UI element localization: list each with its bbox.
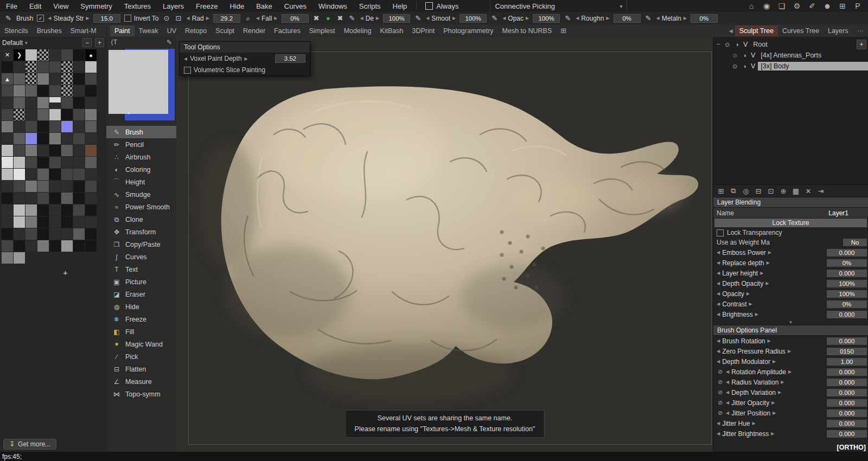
community-icon[interactable]: ☻ xyxy=(822,2,832,10)
sculpt-model[interactable] xyxy=(176,37,713,452)
menu-layers[interactable]: Layers xyxy=(157,2,190,10)
tool-item-freeze[interactable]: ❄Freeze xyxy=(106,313,176,325)
value-depth-modulator[interactable]: 1.00 xyxy=(827,358,867,366)
tool-item-smudge[interactable]: ∿Smudge xyxy=(106,188,176,201)
settings-icon[interactable]: ⚙ xyxy=(792,2,802,10)
spinner-layer-height[interactable]: ◀Layer height▶ xyxy=(717,270,763,277)
visibility-v[interactable]: V xyxy=(743,41,748,48)
falloff-value[interactable]: 0% xyxy=(282,14,309,23)
tab-curves-tree[interactable]: Curves Tree xyxy=(778,25,824,36)
stencil-thumb[interactable] xyxy=(49,109,61,120)
stencil-thumb[interactable] xyxy=(49,73,61,85)
stencil-thumb[interactable] xyxy=(2,216,13,228)
stencil-thumb[interactable] xyxy=(37,181,49,192)
stencil-thumb[interactable] xyxy=(49,169,61,180)
tab-brushes[interactable]: Brushes xyxy=(33,25,66,36)
tab-modeling[interactable]: Modeling xyxy=(340,25,376,36)
pen-pressure-icon[interactable]: ⊘ xyxy=(717,399,724,406)
stencil-thumb[interactable] xyxy=(25,73,37,85)
stencil-thumb[interactable] xyxy=(37,169,49,180)
depth-pen-icon[interactable]: ✎ xyxy=(348,14,356,22)
stencil-thumb[interactable] xyxy=(14,121,25,132)
stencil-thumb[interactable] xyxy=(25,240,37,252)
stencil-thumb[interactable] xyxy=(2,97,13,108)
spinner-replace-depth[interactable]: ◀Replace depth▶ xyxy=(717,259,770,267)
stencil-thumb[interactable] xyxy=(61,109,73,120)
menu-freeze[interactable]: Freeze xyxy=(190,2,224,10)
brush-alpha-thumbnail[interactable] xyxy=(108,50,168,114)
stencil-thumb[interactable] xyxy=(49,216,61,228)
tool-item-clone[interactable]: ⧉Clone xyxy=(106,213,176,226)
stencil-thumb[interactable] xyxy=(85,145,97,156)
stencil-thumb[interactable] xyxy=(2,252,13,264)
tab-simplest[interactable]: Simplest xyxy=(305,25,340,36)
tool-item-fill[interactable]: ◧Fill xyxy=(106,325,176,338)
tree-node-label[interactable]: [4x] Antennas_Ports xyxy=(758,51,868,60)
pen-pressure-icon[interactable]: ⊘ xyxy=(717,379,724,386)
menu-help[interactable]: Help xyxy=(387,2,413,10)
stencil-thumb[interactable] xyxy=(14,109,25,120)
tool-item-magic-wand[interactable]: ✶Magic Wand xyxy=(106,338,176,350)
metal-pen-icon[interactable]: ✎ xyxy=(644,14,653,22)
stencil-thumb[interactable] xyxy=(25,109,37,120)
layout-icon[interactable]: ⊞ xyxy=(838,2,847,10)
stencil-thumb[interactable] xyxy=(25,121,37,132)
spinner-jitter-brightness[interactable]: ◀Jitter Brightness▶ xyxy=(717,430,774,438)
tool-item-flatten[interactable]: ⊟Flatten xyxy=(106,363,176,375)
value-jitter-position[interactable]: 0.000 xyxy=(827,409,867,417)
tab-kitbash[interactable]: KitBash xyxy=(375,25,407,36)
stencil-thumb[interactable] xyxy=(73,133,85,144)
stencil-thumb[interactable] xyxy=(85,169,97,180)
picking-mode-dropdown[interactable]: Connective Picking ▾ xyxy=(490,0,627,12)
invert-tool-checkbox[interactable]: Invert To xyxy=(124,15,159,22)
stencil-thumb[interactable]: ● xyxy=(85,49,97,61)
stencil-thumb[interactable] xyxy=(14,193,25,204)
menu-windows[interactable]: Windows xyxy=(312,2,353,10)
stencil-thumb[interactable] xyxy=(14,228,25,240)
stencil-thumb[interactable] xyxy=(73,61,85,73)
menu-view[interactable]: View xyxy=(47,2,74,10)
stencil-thumb[interactable] xyxy=(37,216,49,228)
stencil-thumb[interactable]: ❯ xyxy=(14,49,25,61)
stencil-thumb[interactable] xyxy=(25,133,37,144)
tool-item-pencil[interactable]: ✏Pencil xyxy=(106,138,176,151)
visibility-v[interactable]: V xyxy=(751,62,755,70)
get-more-button[interactable]: ↧ Get more... xyxy=(3,439,56,450)
stencil-thumb[interactable] xyxy=(25,169,37,180)
stencil-thumb[interactable] xyxy=(73,181,85,192)
smoothing-spinner[interactable]: ◀Smoot▶ xyxy=(426,15,456,22)
value-jitter-hue[interactable]: 0.000 xyxy=(827,420,867,427)
spinner-depth-modulator[interactable]: ◀Depth Modulator▶ xyxy=(717,358,776,366)
always-checkbox-box[interactable] xyxy=(425,2,433,10)
stencil-thumb[interactable] xyxy=(14,157,25,168)
stencil-thumb[interactable] xyxy=(25,157,37,168)
steady-stroke-value[interactable]: 15.0 xyxy=(93,14,120,23)
value-layer-height[interactable]: 0.000 xyxy=(827,270,867,277)
stencil-thumb[interactable] xyxy=(25,181,37,192)
value-radius-variation[interactable]: 0.000 xyxy=(827,379,867,386)
eye-icon[interactable]: ⊙ xyxy=(724,41,731,48)
stencil-thumb[interactable] xyxy=(25,85,37,97)
pen-pressure-icon[interactable]: ⊘ xyxy=(717,409,724,417)
stencil-thumb[interactable] xyxy=(85,73,97,85)
stencil-thumb[interactable] xyxy=(73,121,85,132)
menu-curves[interactable]: Curves xyxy=(278,2,312,10)
stencil-thumb[interactable] xyxy=(61,85,73,97)
stencil-thumb[interactable] xyxy=(61,61,73,73)
stencil-thumb[interactable] xyxy=(73,97,85,108)
tool-item-curves[interactable]: ∫Curves xyxy=(106,251,176,263)
menu-scripts[interactable]: Scripts xyxy=(353,2,387,10)
stencil-thumb[interactable] xyxy=(2,228,13,240)
spinner-jitter-hue[interactable]: ◀Jitter Hue▶ xyxy=(717,420,756,427)
menu-symmetry[interactable]: Symmetry xyxy=(74,2,118,10)
increment-icon[interactable]: ▶ xyxy=(245,56,248,61)
radius-value[interactable]: 29.2 xyxy=(213,14,240,23)
shading-ball-icon[interactable]: ◑ xyxy=(733,41,741,48)
stencil-thumb[interactable] xyxy=(2,61,13,73)
tab-uv[interactable]: UV xyxy=(163,25,181,36)
stencil-thumb[interactable] xyxy=(49,121,61,132)
value-contrast[interactable]: 0% xyxy=(827,300,867,308)
weight-map-value[interactable]: No xyxy=(843,239,867,246)
layer-blending-header[interactable]: Layer Blending xyxy=(713,197,868,208)
opacity-value[interactable]: 100% xyxy=(533,14,560,23)
